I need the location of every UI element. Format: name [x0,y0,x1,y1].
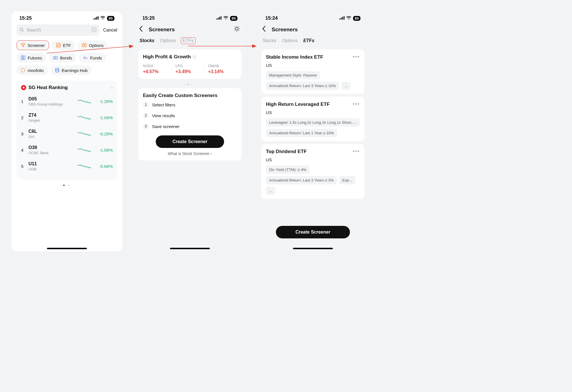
rank-change: -0.64% [95,164,113,169]
battery-indicator: 85 [107,16,114,21]
etf-region: US [266,110,360,115]
etf-card-title: High Return Leveraged ETF [266,102,330,107]
tab-etfs[interactable]: ETFs [182,38,195,43]
svg-text:$: $ [55,57,56,59]
create-screener-card: Easily Create Custom Screeners 1 Select … [138,88,241,160]
chip-moofolio[interactable]: moofolio [17,65,48,75]
steps-list: 1 Select filters 2 View results 3 Save s… [143,102,237,129]
etf-screener-card[interactable]: Stable Income Index ETF ••• US Managemen… [261,49,364,94]
screener-icon [20,43,26,48]
home-indicator [170,248,210,249]
rank-number: 3 [21,131,25,136]
etf-screener-card[interactable]: Top Dividend ETF ••• US Div Yield (TTM):… [261,144,364,199]
svg-rect-1 [95,18,96,20]
back-button[interactable] [137,24,145,35]
tab-options[interactable]: Options [160,38,176,43]
more-icon[interactable]: ••• [353,148,360,154]
rank-change: -0.29% [95,131,113,136]
search-input[interactable]: Search [17,24,100,36]
funds-icon [83,55,88,60]
svg-rect-20 [218,18,219,20]
rank-row[interactable]: 2 Z74 Singtel -1.04% [21,110,113,126]
more-icon[interactable]: ••• [353,101,360,107]
sparkline-icon [77,115,91,121]
heat-ranking-card[interactable]: SG Heat Ranking › 1 D05 DBS Group Holdin… [17,81,117,180]
chip-futures[interactable]: Futures [17,53,46,63]
tab-stocks[interactable]: Stocks [140,38,154,43]
ticker-cell[interactable]: NVDA +4.57% [143,64,172,74]
step-row: 3 Save screener [143,123,237,129]
svg-line-28 [235,27,235,27]
filter-pill: ... [266,187,275,195]
rank-number: 1 [21,99,25,104]
preset-screener-card[interactable]: High Profit & Growth i NVDA +4.57% LPG +… [138,49,241,79]
ticker-symbol: OMAB [208,64,237,68]
svg-line-31 [239,27,239,27]
chip-earnings-hub[interactable]: Earnings Hub [51,65,92,75]
more-icon[interactable]: ••• [353,54,360,60]
rank-company-name: SIA [28,135,74,139]
ticker-cell[interactable]: LPG +3.49% [172,64,204,74]
sparkline-icon [77,163,91,170]
info-icon[interactable]: i [192,55,197,59]
tab-stocks[interactable]: Stocks [263,38,276,43]
etf-screener-card[interactable]: High Return Leveraged ETF ••• US Leverag… [261,97,364,141]
svg-rect-22 [221,16,222,20]
ticker-cell[interactable]: OMAB +3.14% [204,64,237,74]
chip-label: Bonds [60,55,72,60]
cancel-button[interactable]: Cancel [103,28,117,33]
sg-flag-icon [21,85,26,90]
screen-screeners-stocks: 15:25 85 Screeners Stocks Options ETFs H… [134,11,245,251]
rank-row[interactable]: 4 O39 OCBC Bank -1.06% [21,142,113,158]
chip-screener[interactable]: Screener [17,40,49,50]
screen-screeners-etfs: 15:24 85 Screeners Stocks Options ETFs S… [257,11,368,251]
wifi-icon [100,15,105,21]
svg-line-5 [22,30,24,32]
ticker-symbol: NVDA [143,64,172,68]
category-chips: Screener ETF ETF Options Futures $ Bonds… [11,39,122,77]
chip-label: moofolio [28,68,44,73]
create-screener-button[interactable]: Create Screener [276,226,350,238]
what-is-screener-link[interactable]: What is Stock Screener › [143,151,237,156]
earnings-hub-icon [55,68,60,73]
chip-funds[interactable]: Funds [79,53,106,63]
tab-etfs[interactable]: ETFs [303,38,314,43]
rank-symbol: U11 [28,161,74,166]
svg-rect-13 [21,56,25,60]
rank-row[interactable]: 1 D05 DBS Group Holdings -1.26% [21,93,113,110]
rank-row[interactable]: 3 C6L SIA -0.29% [21,126,113,142]
sparkline-icon [77,98,91,105]
battery-indicator: 85 [353,16,360,21]
svg-rect-19 [216,18,217,20]
status-icons: 85 [93,15,114,21]
rank-company-name: OCBC Bank [28,151,74,155]
etf-icon: ETF [56,43,61,48]
chip-options[interactable]: Options [78,40,108,50]
svg-rect-6 [92,28,96,32]
rank-company-name: Singtel [28,118,74,123]
step-label: Select filters [152,102,175,107]
status-bar: 15:24 85 [257,11,368,23]
svg-text:ETF: ETF [57,44,61,46]
tab-options[interactable]: Options [282,38,298,43]
step-number: 1 [143,102,149,108]
status-icons: 85 [216,15,237,21]
etf-list: Stable Income Index ETF ••• US Managemen… [257,47,368,202]
back-button[interactable] [260,24,268,35]
chip-etf[interactable]: ETF ETF [52,40,75,50]
step-label: Save screener [152,124,180,129]
image-scan-icon[interactable] [91,27,97,34]
wifi-icon [223,15,228,21]
filter-pill: ... [341,82,351,90]
hint-bulb-icon[interactable] [233,25,240,34]
rank-list: 1 D05 DBS Group Holdings -1.26% 2 Z74 Si… [21,93,113,174]
home-indicator [293,248,333,249]
sparkline-icon [77,131,91,137]
chip-bonds[interactable]: $ Bonds [49,53,76,63]
rank-row[interactable]: 5 U11 UOB -0.64% [21,158,113,174]
svg-point-18 [56,68,59,70]
step-number: 2 [143,113,149,118]
create-screener-button[interactable]: Create Screener [156,135,224,148]
three-phone-layout: 15:25 85 Search Cancel [11,11,561,251]
etf-region: US [266,63,360,68]
